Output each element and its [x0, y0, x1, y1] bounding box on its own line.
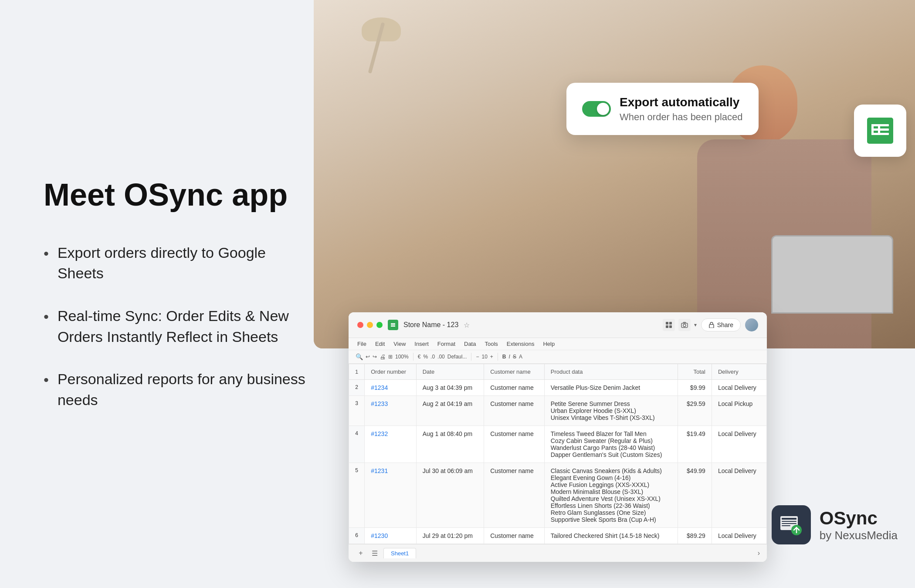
cell-date-1: Aug 2 at 04:19 am: [416, 396, 484, 426]
cell-order-2: #1232: [365, 426, 416, 463]
bullet-2: •: [44, 307, 49, 328]
bullet-1: •: [44, 243, 49, 264]
feature-item-1: • Export orders directly to Google Sheet…: [44, 243, 314, 284]
osync-icon: [772, 505, 811, 544]
cell-products-4: Tailored Checkered Shirt (14.5-18 Neck): [544, 528, 678, 544]
grid-icon: [666, 322, 672, 328]
toggle-subtitle: When order has been placed: [620, 112, 743, 123]
sheet1-tab[interactable]: Sheet1: [383, 548, 416, 558]
add-sheet-button[interactable]: +: [356, 548, 366, 558]
svg-rect-19: [782, 518, 796, 520]
cell-order-4: #1230: [365, 528, 416, 544]
table-row[interactable]: 6 #1230 Jul 29 at 01:20 pm Customer name…: [349, 528, 767, 544]
minimize-dot[interactable]: [367, 322, 373, 328]
feature-text-3: Personalized reports for any business ne…: [58, 369, 314, 410]
menu-help[interactable]: Help: [543, 341, 555, 347]
toolbar-more1[interactable]: ⊞: [388, 354, 393, 360]
toolbar-sep-2: [471, 353, 471, 361]
cell-delivery-2: Local Delivery: [712, 426, 766, 463]
toolbar-currency[interactable]: €: [418, 354, 421, 360]
feature-text-1: Export orders directly to Google Sheets: [58, 243, 314, 284]
col-header-order: Order number: [365, 364, 416, 380]
export-toggle[interactable]: [582, 101, 611, 117]
table-row[interactable]: 3 #1233 Aug 2 at 04:19 am Customer name …: [349, 396, 767, 426]
toolbar-undo[interactable]: ↩: [366, 354, 370, 360]
menu-edit[interactable]: Edit: [375, 341, 385, 347]
col-header-delivery: Delivery: [712, 364, 766, 380]
menu-extensions[interactable]: Extensions: [507, 341, 535, 347]
toolbar-font-minus[interactable]: −: [476, 354, 479, 360]
sheet-menu-button[interactable]: ☰: [369, 548, 380, 558]
laptop: [771, 235, 893, 314]
table-row[interactable]: 5 #1231 Jul 30 at 06:09 am Customer name…: [349, 463, 767, 528]
toolbar-font-plus[interactable]: +: [490, 354, 493, 360]
toolbar-bold[interactable]: B: [502, 354, 506, 360]
cell-date-0: Aug 3 at 04:39 pm: [416, 380, 484, 396]
menu-data[interactable]: Data: [464, 341, 476, 347]
feature-item-2: • Real-time Sync: Order Edits & New Orde…: [44, 306, 314, 347]
menu-view[interactable]: View: [393, 341, 406, 347]
cell-customer-4: Customer name: [484, 528, 545, 544]
google-sheets-icon: [863, 113, 898, 148]
toolbar-redo[interactable]: ↪: [373, 354, 377, 360]
toolbar-sep-3: [498, 353, 498, 361]
cell-customer-0: Customer name: [484, 380, 545, 396]
col-header-rownum: 1: [349, 364, 365, 380]
spreadsheet-window: Store Name - 123 ☆: [349, 312, 767, 562]
table-container: 1 Order number Date Customer name Produc…: [349, 364, 767, 544]
right-section: Export automatically When order has been…: [314, 0, 915, 588]
cell-date-4: Jul 29 at 01:20 pm: [416, 528, 484, 544]
toolbar-text-color[interactable]: A: [519, 354, 522, 360]
features-list: • Export orders directly to Google Sheet…: [44, 243, 314, 411]
menu-insert[interactable]: Insert: [414, 341, 429, 347]
page-title: Meet OSync app: [44, 178, 314, 212]
toolbar-print[interactable]: 🖨: [380, 353, 386, 360]
toolbar-strikethrough[interactable]: S: [513, 354, 516, 360]
col-header-total: Total: [678, 364, 712, 380]
close-dot[interactable]: [357, 322, 363, 328]
sheets-icon-card: [854, 105, 906, 157]
svg-rect-21: [782, 523, 796, 524]
toolbar-format-default[interactable]: Defaul...: [447, 354, 467, 360]
svg-rect-9: [391, 324, 395, 325]
maximize-dot[interactable]: [376, 322, 383, 328]
spreadsheet-title: Store Name - 123: [403, 321, 458, 329]
cell-total-4: $89.29: [678, 528, 712, 544]
toolbar-italic[interactable]: I: [509, 354, 510, 360]
cell-total-2: $19.49: [678, 426, 712, 463]
window-dots: [357, 322, 383, 328]
table-row[interactable]: 4 #1232 Aug 1 at 08:40 pm Customer name …: [349, 426, 767, 463]
feature-item-3: • Personalized reports for any business …: [44, 369, 314, 410]
toolbar-percent[interactable]: %: [423, 354, 428, 360]
menu-tools[interactable]: Tools: [485, 341, 498, 347]
svg-point-16: [683, 324, 686, 327]
osync-by: by NexusMedia: [820, 529, 898, 542]
menu-format[interactable]: Format: [437, 341, 455, 347]
toolbar-zoom-icon[interactable]: 🔍: [356, 353, 363, 360]
toolbar-decimal2[interactable]: .00: [437, 354, 445, 360]
cell-delivery-1: Local Pickup: [712, 396, 766, 426]
menu-file[interactable]: File: [357, 341, 366, 347]
collapse-tabs-button[interactable]: ›: [758, 549, 760, 557]
cell-products-3: Classic Canvas Sneakers (Kids & Adults)E…: [544, 463, 678, 528]
row-num-0: 2: [349, 380, 365, 396]
share-button[interactable]: Share: [701, 318, 741, 331]
spreadsheet-table: 1 Order number Date Customer name Produc…: [349, 364, 767, 544]
grid-view-btn[interactable]: [663, 319, 675, 331]
bullet-3: •: [44, 370, 49, 391]
share-button-label: Share: [717, 321, 733, 328]
svg-rect-5: [871, 124, 874, 135]
cell-total-1: $29.59: [678, 396, 712, 426]
left-section: Meet OSync app • Export orders directly …: [0, 0, 349, 588]
toolbar-decimal[interactable]: .0: [430, 354, 435, 360]
row-num-3: 5: [349, 463, 365, 528]
table-row[interactable]: 2 #1234 Aug 3 at 04:39 pm Customer name …: [349, 380, 767, 396]
star-icon[interactable]: ☆: [464, 321, 470, 329]
toolbar-zoom-level[interactable]: 100%: [395, 354, 409, 360]
cell-date-2: Aug 1 at 08:40 pm: [416, 426, 484, 463]
svg-rect-8: [391, 323, 395, 324]
feature-text-2: Real-time Sync: Order Edits & New Orders…: [58, 306, 314, 347]
toolbar-font-size: 10: [481, 354, 487, 360]
camera-btn[interactable]: [678, 319, 691, 331]
lock-icon: [708, 322, 715, 328]
